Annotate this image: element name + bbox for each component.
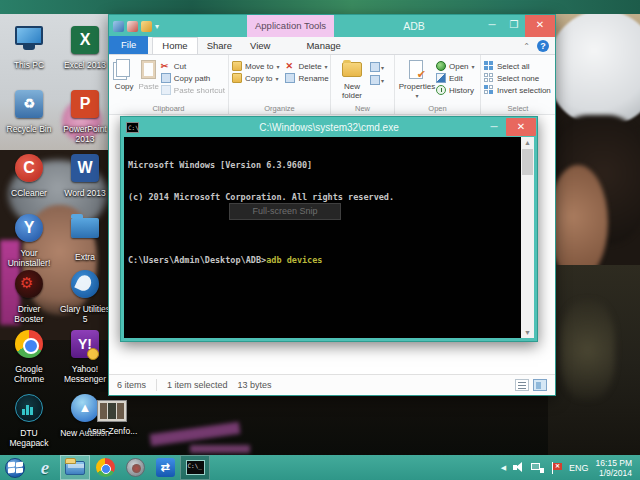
select-all-button[interactable]: Select all [484,61,551,71]
desktop-icon-extra[interactable]: Extra [58,212,112,262]
explorer-system-icon[interactable] [113,21,124,32]
network-icon[interactable] [531,462,544,473]
invert-selection-icon [484,85,494,95]
desktop-icon-label: This PC [2,60,56,70]
open-button[interactable]: Open▾ [436,61,475,71]
yahoo-messenger-icon: Y! [69,330,101,362]
language-indicator[interactable]: ENG [569,463,589,473]
cut-button[interactable]: ✂Cut [161,61,225,71]
console-output[interactable]: Microsoft Windows [Version 6.3.9600] (c)… [124,137,534,338]
status-selection: 1 item selected [167,380,228,390]
start-button[interactable] [0,455,30,480]
easy-access-button[interactable]: ▾ [370,75,384,85]
new-item-button[interactable]: ▾ [370,62,384,72]
details-view-icon[interactable] [515,379,529,391]
tab-manage[interactable]: Manage [297,38,349,54]
volume-icon[interactable] [513,462,524,473]
taskbar-google-chrome[interactable] [90,455,120,480]
open-icon [436,61,446,71]
desktop-icon-dtu-megapack[interactable]: DTU Megapack [2,392,56,448]
ribbon-group-new: New folder ▾ ▾ New [331,55,395,114]
contextual-tab-header: Application Tools [247,15,334,37]
delete-button[interactable]: ✕Delete▾ [285,61,328,71]
close-button[interactable]: ✕ [525,15,555,37]
desktop-icon-driver-booster[interactable]: ⚙ Driver Booster [2,268,56,324]
taskbar-internet-explorer[interactable]: e [30,455,60,480]
move-to-button[interactable]: Move to▾ [232,61,279,71]
console-line-copyright: (c) 2014 Microsoft Corporation. All righ… [128,192,518,203]
large-icons-view-icon[interactable] [533,379,547,391]
windows-logo-icon [5,458,25,478]
cmd-titlebar[interactable]: C:\ C:\Windows\system32\cmd.exe ─ ✕ [121,117,537,137]
tab-home[interactable]: Home [152,37,197,54]
group-label-open: Open [395,104,480,113]
edit-button[interactable]: Edit [436,73,475,83]
qat-button-2[interactable] [141,21,152,32]
properties-button[interactable]: Properties ▾ [398,57,436,100]
delete-icon: ✕ [285,61,295,71]
cut-icon: ✂ [161,61,171,71]
recycle-bin-icon: ♻ [13,90,45,122]
qat-button-1[interactable] [127,21,138,32]
desktop-icon-asus-zenfone[interactable]: Asus-Zenfo... [84,396,140,436]
tray-date: 1/9/2014 [596,468,632,478]
explorer-titlebar[interactable]: ▾ Application Tools ADB ─ ❐ ✕ [109,15,555,37]
group-label-organize: Organize [229,104,330,113]
copy-button[interactable]: Copy [112,57,136,91]
desktop-icon-glary-utilities[interactable]: Glary Utilities 5 [58,268,112,324]
desktop-icon-powerpoint[interactable]: P PowerPoint 2013 [58,88,112,144]
tray-clock[interactable]: 16:15 PM 1/9/2014 [596,458,634,478]
your-uninstaller-icon: Y [13,214,45,246]
paste-shortcut-button[interactable]: Paste shortcut [161,85,225,95]
desktop-icon-excel[interactable]: X Excel 2013 [58,24,112,70]
history-icon [436,85,446,95]
cmd-close-button[interactable]: ✕ [506,118,536,136]
copy-path-button[interactable]: Copy path [161,73,225,83]
scroll-up-icon[interactable]: ▲ [521,137,534,148]
tab-file[interactable]: File [109,36,148,54]
taskbar-file-explorer[interactable] [60,455,90,480]
new-folder-button[interactable]: New folder [334,57,370,100]
chrome-icon [96,458,115,477]
tab-view[interactable]: View [241,38,279,54]
desktop-icon-ccleaner[interactable]: C CCleaner [2,152,56,198]
action-center-flag-icon[interactable]: ✕ [551,462,562,474]
window-title: ADB [369,20,459,32]
desktop-icon-this-pc[interactable]: This PC [2,24,56,70]
rename-icon [285,73,295,83]
desktop-icon-your-uninstaller[interactable]: Y Your Uninstaller! [2,212,56,268]
glary-utilities-icon [69,270,101,302]
taskbar-circular-app[interactable] [120,455,150,480]
console-line-version: Microsoft Windows [Version 6.3.9600] [128,160,518,171]
taskbar-command-prompt[interactable]: C:\_ [180,455,210,480]
select-none-icon [484,73,494,83]
scrollbar-thumb[interactable] [522,149,533,175]
help-icon[interactable]: ? [537,40,549,52]
scroll-down-icon[interactable]: ▼ [521,327,534,338]
command-prompt-icon: C:\_ [186,460,205,475]
minimize-button[interactable]: ─ [481,15,503,37]
desktop-icon-google-chrome[interactable]: Google Chrome [2,328,56,384]
console-scrollbar[interactable]: ▲ ▼ [521,137,534,338]
teamviewer-icon: ⇄ [156,458,175,477]
desktop-icon-word[interactable]: W Word 2013 [58,152,112,198]
taskbar-teamviewer[interactable]: ⇄ [150,455,180,480]
paste-button[interactable]: Paste [136,57,160,91]
invert-selection-button[interactable]: Invert selection [484,85,551,95]
ribbon-group-clipboard: Copy Paste ✂Cut Copy path Paste shortcut… [109,55,229,114]
new-item-icon [370,62,380,72]
copy-to-button[interactable]: Copy to▾ [232,73,279,83]
copy-to-icon [232,73,242,83]
desktop-icon-yahoo-messenger[interactable]: Y! Yahoo! Messenger [58,328,112,384]
maximize-button[interactable]: ❐ [503,15,525,37]
rename-button[interactable]: Rename [285,73,328,83]
cmd-minimize-button[interactable]: ─ [482,118,506,136]
cmd-window-title: C:\Windows\system32\cmd.exe [121,122,537,133]
hidden-icons-chevron-icon[interactable]: ◀ [501,464,506,472]
tab-share[interactable]: Share [198,38,241,54]
select-none-button[interactable]: Select none [484,73,551,83]
desktop-icon-recycle-bin[interactable]: ♻ Recycle Bin [2,88,56,134]
minimize-ribbon-chevron-icon[interactable]: ⌃ [523,42,530,51]
history-button[interactable]: History [436,85,475,95]
qat-chevron-down-icon[interactable]: ▾ [155,22,159,31]
